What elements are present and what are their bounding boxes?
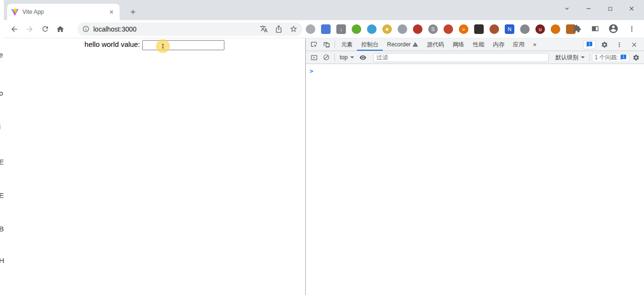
devtools-menu-button[interactable] [613,38,625,51]
translate-icon[interactable] [260,25,268,33]
devtools-tab-performance[interactable]: 性能 [468,38,489,51]
levels-label: 默认级别 [555,54,578,62]
console-issues-link[interactable]: 1 个问题: 1 [592,53,630,62]
address-bar[interactable]: localhost:3000 [78,22,302,36]
new-tab-button[interactable] [127,6,139,18]
puzzle-piece-icon [573,24,581,33]
separator [334,41,335,48]
inspect-cursor-icon [310,41,318,48]
tab-search-button[interactable] [560,3,574,14]
extension-icon-16[interactable]: u [535,24,545,34]
clear-circle-slash-icon [323,54,330,61]
extension-icon-10[interactable] [444,24,453,34]
reload-icon [41,25,49,33]
profile-button[interactable] [608,22,619,35]
desktop-background-letter: e [0,51,3,59]
javascript-context-dropdown[interactable]: top [337,54,357,61]
console-output-area[interactable]: > [306,64,644,74]
browser-actions [571,22,637,35]
live-expression-button[interactable] [357,51,369,64]
extensions-row: ↓★S»Nu [306,24,576,34]
home-icon [56,25,65,33]
warning-triangle-icon [412,42,418,47]
chevron-down-icon [564,5,570,12]
share-icon[interactable] [275,25,283,33]
address-bar-actions [260,25,298,33]
tab-label: 源代码 [427,41,444,49]
minimize-icon [585,5,592,12]
devtools-tab-elements[interactable]: 元素 [337,38,357,51]
kebab-menu-icon [616,41,623,48]
clear-console-button[interactable] [320,51,333,64]
bookmark-star-icon[interactable] [289,25,298,33]
maximize-button[interactable] [603,3,617,14]
console-sidebar-icon [311,54,318,61]
extension-icon-1[interactable] [306,24,315,34]
home-button[interactable] [55,22,66,36]
extension-icon-13[interactable] [489,24,499,34]
window-close-button[interactable] [625,3,638,14]
log-levels-dropdown[interactable]: 默认级别 [553,54,588,62]
devtools-tab-recorder[interactable]: Recorder [383,38,422,51]
hello-world-label: hello world value: [85,40,140,48]
hello-world-input[interactable] [142,40,224,50]
extensions-menu-button[interactable] [571,22,583,35]
extension-icon-8[interactable] [413,24,422,34]
back-button[interactable] [9,22,20,36]
tab-label: 内存 [493,41,504,49]
devtools-panel: 元素 控制台 Recorder 源代码 网络 性能 内存 应用 » 1 [305,38,644,295]
page-content: hello world value: [4,38,305,295]
maximize-icon [607,6,613,12]
devtools-tab-console[interactable]: 控制台 [357,38,383,51]
url-text[interactable]: localhost:3000 [93,25,136,33]
extension-icon-11[interactable]: » [459,24,468,34]
console-sidebar-toggle-button[interactable] [308,51,320,64]
tab-label: 性能 [473,41,484,49]
minimize-button[interactable] [582,3,595,14]
extension-icon-6[interactable]: ★ [382,24,392,34]
eye-icon [359,54,366,61]
browser-tab-vite-app[interactable]: Vite App [7,4,120,20]
desktop-background-letter: i [0,122,0,131]
close-icon [109,9,114,15]
vite-logo-icon [11,8,19,16]
extension-icon-3[interactable]: ↓ [336,24,346,34]
issues-counter-button[interactable]: 1 [583,40,596,49]
extension-icon-7[interactable] [398,24,407,34]
extension-icon-9[interactable]: S [428,24,438,34]
device-toolbar-button[interactable] [320,38,333,51]
extension-icon-4[interactable] [352,24,361,34]
extension-icon-12[interactable] [474,24,484,34]
gear-icon [633,54,640,61]
tab-label: 网络 [453,41,464,49]
extension-icon-5[interactable] [367,24,377,34]
devtools-tab-network[interactable]: 网络 [448,38,468,51]
extension-icon-2[interactable] [321,24,331,34]
forward-button[interactable] [24,22,35,36]
extension-icon-14[interactable]: N [505,24,514,34]
gear-icon [601,41,608,48]
console-filter-input[interactable] [373,53,549,62]
separator [334,54,335,61]
browser-menu-button[interactable] [626,22,637,35]
more-tabs-chevron: » [533,41,536,48]
window-controls [560,3,638,14]
side-panel-button[interactable] [589,22,601,35]
devtools-tab-memory[interactable]: 内存 [489,38,509,51]
devtools-settings-button[interactable] [598,38,611,51]
extension-icon-17[interactable] [551,24,560,34]
dropdown-caret-icon [581,56,585,58]
tab-close-button[interactable] [107,8,116,16]
devtools-main-toolbar: 元素 控制台 Recorder 源代码 网络 性能 内存 应用 » 1 [306,38,644,51]
devtools-tab-sources[interactable]: 源代码 [422,38,448,51]
reload-button[interactable] [39,22,51,36]
devtools-tab-application[interactable]: 应用 [509,38,529,51]
tab-title: Vite App [22,9,103,15]
inspect-element-button[interactable] [308,38,320,51]
devtools-more-tabs-button[interactable]: » [529,38,541,51]
devtools-close-button[interactable] [628,38,640,51]
console-settings-button[interactable] [630,51,642,64]
extension-icon-15[interactable] [520,24,530,34]
site-info-icon[interactable] [82,25,89,33]
console-prompt-row[interactable]: > [306,64,644,74]
